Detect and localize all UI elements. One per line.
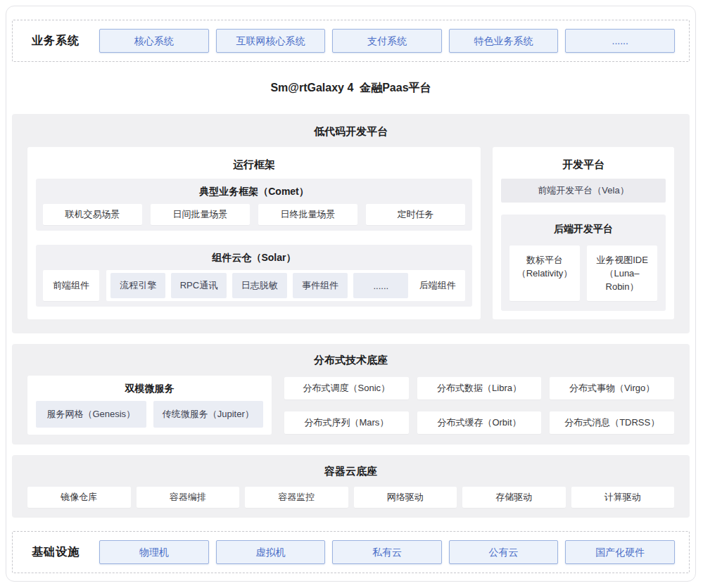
distributed-scheduling-sonic: 分布式调度（Sonic） [284,377,409,400]
infra-domestic-hardware: 国产化硬件 [565,540,675,564]
distributed-services-grid: 分布式调度（Sonic） 分布式数据（Libra） 分布式事物（Virgo） 分… [284,376,674,434]
business-systems-chips: 核心系统 互联网核心系统 支付系统 特色业务系统 ...... [99,29,675,53]
business-system-internet-core: 互联网核心系统 [216,29,326,53]
distributed-base-section: 分布式技术底座 双模微服务 服务网格（Genesis） 传统微服务（Jupite… [12,344,690,445]
backend-item-relativity-name: 数标平台 [511,253,578,267]
frontend-dev-platform-vela: 前端开发平台（Vela） [501,179,666,203]
infra-virtual-machine: 虚拟机 [216,540,326,564]
page-title: Sm@rtGalaxy 4 金融Paas平台 [12,62,690,114]
storage-driver: 存储驱动 [462,487,566,508]
solar-chip-strip: 流程引擎 RPC通讯 日志脱敏 事件组件 ...... 后端组件 [106,270,465,301]
solar-chip-more: ...... [353,273,408,298]
infra-physical-machine: 物理机 [99,540,209,564]
dual-mode-microservices-panel: 双模微服务 服务网格（Genesis） 传统微服务（Jupiter） [27,376,272,435]
solar-component-title: 组件云仓（Solar） [43,249,465,270]
distributed-message-tdrss: 分布式消息（TDRSS） [550,411,674,434]
compute-driver: 计算驱动 [571,487,675,508]
solar-component-box: 组件云仓（Solar） 前端组件 流程引擎 RPC通讯 日志脱敏 事件组件 ..… [36,245,472,307]
lowcode-platform-title: 低代码开发平台 [27,125,674,147]
infrastructure-chips: 物理机 虚拟机 私有云 公有云 国产化硬件 [99,540,675,564]
backend-dev-platform-title: 后端开发平台 [509,222,657,245]
traditional-microservice-jupiter: 传统微服务（Jupiter） [153,401,264,428]
solar-chip-rpc: RPC通讯 [171,273,226,298]
infra-public-cloud: 公有云 [449,540,559,564]
solar-backend-component: 后端组件 [414,273,461,298]
distributed-transaction-virgo: 分布式事物（Virgo） [550,377,674,400]
solar-frontend-component: 前端组件 [43,270,99,301]
business-systems-label: 业务系统 [32,34,99,49]
business-system-special: 特色业务系统 [449,29,559,53]
runtime-framework-panel: 运行框架 典型业务框架（Comet） 联机交易场景 日间批量场景 日终批量场景 … [27,147,481,319]
comet-item-scheduled-task: 定时任务 [366,204,465,225]
backend-item-relativity: 数标平台 （Relativity） [509,245,580,301]
backend-item-luna-robin-name: 业务视图IDE [588,253,656,267]
backend-item-luna-robin-code: （Luna–Robin） [588,267,656,293]
dev-platform-title: 开发平台 [501,153,666,179]
solar-chip-process-engine: 流程引擎 [110,273,165,298]
business-system-payment: 支付系统 [332,29,442,53]
distributed-cache-orbit: 分布式缓存（Orbit） [417,411,542,434]
lowcode-platform-section: 低代码开发平台 运行框架 典型业务框架（Comet） 联机交易场景 日间批量场景… [12,114,690,333]
dev-platform-panel: 开发平台 前端开发平台（Vela） 后端开发平台 数标平台 （Relativit… [493,147,674,319]
infra-private-cloud: 私有云 [332,540,442,564]
container-orchestration: 容器编排 [137,487,240,508]
backend-item-luna-robin: 业务视图IDE （Luna–Robin） [587,245,657,301]
distributed-base-title: 分布式技术底座 [27,354,674,376]
comet-framework-title: 典型业务框架（Comet） [43,183,465,204]
solar-chip-log-masking: 日志脱敏 [232,273,287,298]
container-monitoring: 容器监控 [245,487,348,508]
infrastructure-section: 基础设施 物理机 虚拟机 私有云 公有云 国产化硬件 [12,531,690,573]
infrastructure-label: 基础设施 [32,545,99,560]
dual-mode-microservices-title: 双模微服务 [36,380,263,401]
service-mesh-genesis: 服务网格（Genesis） [36,401,146,428]
comet-item-online-trading: 联机交易场景 [43,204,142,225]
distributed-sequence-mars: 分布式序列（Mars） [284,411,409,434]
business-system-core: 核心系统 [99,29,209,53]
container-cloud-title: 容器云底座 [27,465,674,487]
architecture-diagram-card: 业务系统 核心系统 互联网核心系统 支付系统 特色业务系统 ...... Sm@… [6,6,696,582]
distributed-data-libra: 分布式数据（Libra） [417,377,542,400]
business-system-more: ...... [565,29,675,53]
network-driver: 网络驱动 [354,487,457,508]
container-cloud-section: 容器云底座 镜像仓库 容器编排 容器监控 网络驱动 存储驱动 计算驱动 [12,455,690,518]
comet-item-eod-batch: 日终批量场景 [258,204,357,225]
backend-item-relativity-code: （Relativity） [511,267,578,280]
runtime-framework-title: 运行框架 [36,153,472,179]
comet-framework-box: 典型业务框架（Comet） 联机交易场景 日间批量场景 日终批量场景 定时任务 [36,179,472,231]
business-systems-section: 业务系统 核心系统 互联网核心系统 支付系统 特色业务系统 ...... [12,20,690,62]
comet-item-intraday-batch: 日间批量场景 [151,204,250,225]
backend-dev-platform-box: 后端开发平台 数标平台 （Relativity） 业务视图IDE （Luna–R… [501,215,666,311]
solar-chip-event: 事件组件 [293,273,348,298]
image-registry: 镜像仓库 [27,487,131,508]
